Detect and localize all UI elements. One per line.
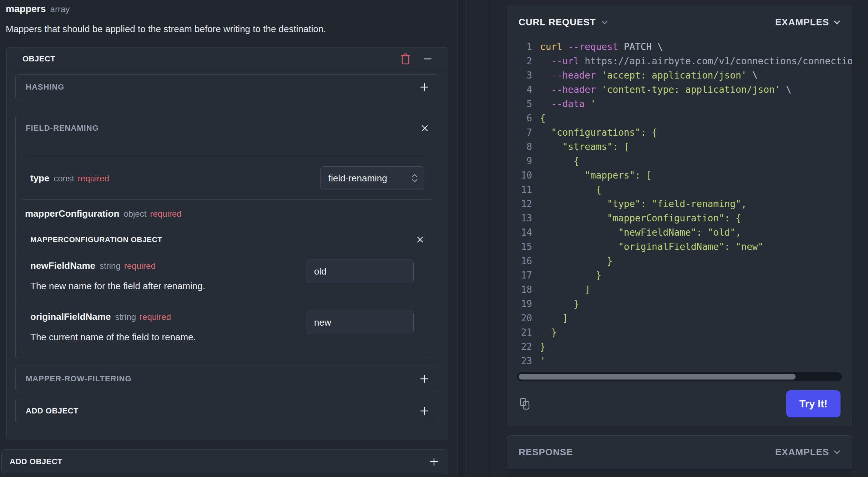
code-text: { (540, 184, 601, 195)
minus-icon (423, 54, 432, 64)
line-number: 16 (507, 256, 532, 266)
type-select[interactable]: field-renaming (320, 166, 424, 190)
close-mapper-configuration-button[interactable] (416, 235, 424, 244)
code-line: 7 "configurations": { (507, 125, 852, 140)
property-kind: string (115, 312, 136, 322)
code-scrollbar-thumb[interactable] (519, 374, 796, 380)
code-line: 12 "type": "field-renaming", (507, 197, 852, 211)
chevron-down-icon (833, 20, 841, 25)
code-text: { (540, 156, 579, 166)
section-field-renaming-label: FIELD-RENAMING (26, 124, 420, 133)
line-number: 23 (507, 356, 532, 366)
code-text: ' (540, 356, 546, 366)
line-number: 12 (507, 199, 532, 209)
line-number: 21 (507, 327, 532, 338)
code-line: 3 --header 'accept: application/json' \ (507, 68, 852, 82)
curl-request-footer: Try It! (507, 381, 852, 426)
curl-request-dropdown[interactable]: CURL REQUEST (519, 17, 608, 28)
original-field-name-input[interactable] (307, 311, 414, 334)
delete-object-button[interactable] (400, 53, 411, 65)
response-examples-label: EXAMPLES (775, 447, 829, 458)
line-number: 19 (507, 298, 532, 309)
section-field-renaming-header[interactable]: FIELD-RENAMING (16, 115, 439, 141)
try-it-button[interactable]: Try It! (786, 390, 841, 417)
line-number: 17 (507, 270, 532, 281)
up-down-chevron-icon (411, 173, 418, 184)
code-line: 10 "mappers": [ (507, 168, 852, 182)
property-kind: object (123, 209, 146, 219)
new-field-name-input[interactable] (307, 260, 414, 283)
line-number: 8 (507, 141, 532, 152)
code-text: "originalFieldName": "new" (540, 241, 763, 252)
object-card: OBJECT HASHING (6, 47, 448, 440)
code-line: 21 } (507, 325, 852, 340)
code-line: 18 ] (507, 282, 852, 297)
response-examples-dropdown[interactable]: EXAMPLES (775, 447, 841, 458)
line-number: 14 (507, 227, 532, 238)
mapper-configuration-card-header: MAPPERCONFIGURATION OBJECT (21, 228, 434, 251)
field-description: Mappers that should be applied to the st… (6, 24, 326, 35)
copy-icon (519, 397, 531, 411)
line-number: 4 (507, 84, 532, 95)
type-property-label: type const required (30, 173, 109, 184)
api-docs-screen: mappers array Mappers that should be app… (0, 0, 868, 477)
code-line: 17 } (507, 268, 852, 282)
plus-icon (420, 406, 429, 416)
add-object-outer-button[interactable]: ADD OBJECT (1, 449, 448, 474)
chevron-down-icon (601, 20, 608, 25)
response-header: RESPONSE EXAMPLES (507, 436, 852, 469)
code-line: 16 } (507, 254, 852, 268)
code-text: } (540, 256, 613, 266)
code-area: 1curl --request PATCH \2 --url https://a… (507, 40, 852, 370)
expand-mapper-row-filtering-button[interactable] (420, 374, 429, 383)
code-line: 15 "originalFieldName": "new" (507, 240, 852, 254)
line-number: 9 (507, 156, 532, 166)
code-text: ] (540, 284, 590, 295)
property-kind: const (54, 174, 74, 184)
line-number: 13 (507, 213, 532, 224)
new-field-name-row: newFieldName string required The new nam… (21, 251, 434, 302)
page-scrollbar[interactable] (458, 0, 465, 477)
request-examples-dropdown[interactable]: EXAMPLES (775, 17, 841, 28)
copy-code-button[interactable] (519, 397, 531, 411)
plus-icon (429, 457, 439, 466)
section-field-renaming-content: type const required field-renaming (16, 141, 439, 359)
code-text: --header 'accept: application/json' \ (540, 70, 758, 81)
plus-icon (420, 374, 429, 383)
line-number: 11 (507, 184, 532, 195)
field-name: mappers (6, 4, 46, 15)
close-field-renaming-button[interactable] (420, 124, 429, 132)
request-examples-label: EXAMPLES (775, 17, 829, 28)
code-line: 8 "streams": [ (507, 140, 852, 154)
section-hashing-label: HASHING (26, 82, 420, 92)
section-field-renaming: FIELD-RENAMING type const required (15, 115, 439, 359)
expand-hashing-button[interactable] (420, 82, 429, 92)
field-type-badge: array (50, 4, 70, 14)
property-required-badge: required (78, 174, 109, 184)
code-line: 2 --url https://api.airbyte.com/v1/conne… (507, 54, 852, 68)
line-number: 18 (507, 284, 532, 295)
mapper-configuration-label: mapperConfiguration object required (25, 208, 430, 219)
object-card-title: OBJECT (22, 54, 388, 64)
code-text: } (540, 327, 557, 338)
original-field-name-row: originalFieldName string required The cu… (21, 302, 434, 353)
code-text: "newFieldName": "old", (540, 227, 741, 238)
add-object-inner-button[interactable]: ADD OBJECT (15, 398, 439, 424)
collapse-object-button[interactable] (423, 54, 432, 64)
code-text: "mappers": [ (540, 170, 652, 181)
code-line: 23' (507, 354, 852, 368)
add-object-outer-label: ADD OBJECT (10, 457, 429, 466)
code-text: } (540, 298, 579, 309)
code-text: curl --request PATCH \ (540, 41, 663, 52)
mapper-configuration-card-title: MAPPERCONFIGURATION OBJECT (30, 235, 416, 244)
code-line: 5 --data ' (507, 97, 852, 111)
code-horizontal-scrollbar (517, 372, 842, 381)
property-required-badge: required (150, 209, 181, 219)
object-card-body: HASHING FIELD-RENAMING (15, 71, 439, 424)
code-line: 13 "mapperConfiguration": { (507, 211, 852, 225)
section-mapper-row-filtering[interactable]: MAPPER-ROW-FILTERING (15, 366, 439, 392)
property-name: mapperConfiguration (25, 208, 119, 219)
curl-request-header: CURL REQUEST EXAMPLES (507, 5, 852, 40)
section-hashing[interactable]: HASHING (15, 74, 439, 100)
property-name: originalFieldName (30, 311, 111, 322)
